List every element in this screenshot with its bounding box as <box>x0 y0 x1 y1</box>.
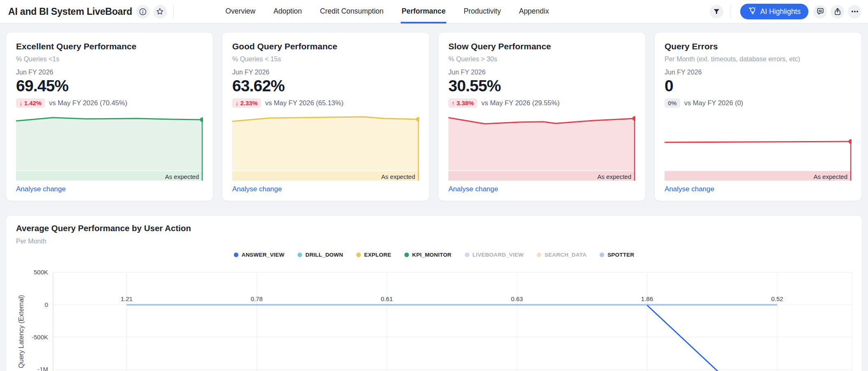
kpi-period: Jun FY 2026 <box>16 69 53 76</box>
ai-highlights-label: AI Highlights <box>760 7 801 16</box>
analyse-change-link[interactable]: Analyse change <box>16 185 66 193</box>
delta-badge: ↓ 1.42% <box>16 98 45 108</box>
analyse-change-link[interactable]: Analyse change <box>232 185 282 193</box>
kpi-period: Jun FY 2026 <box>232 69 269 76</box>
kpi-comparison: vs May FY 2026 (29.55%) <box>481 99 559 107</box>
delta-badge: 0% <box>665 98 680 108</box>
liveboard-title: AI and BI System LiveBoard <box>8 6 132 17</box>
y-tick-label: 500K <box>34 269 48 276</box>
kpi-card-excellent-query-performance: Excellent Query Performance % Queries <1… <box>6 32 213 201</box>
kpi-value: 63.62% <box>232 77 284 95</box>
delta-badge: ↑ 3.38% <box>448 98 477 108</box>
y-tick-label: 0 <box>45 301 48 308</box>
kpi-comparison: vs May FY 2026 (65.13%) <box>265 99 343 107</box>
tab-overview[interactable]: Overview <box>225 0 256 23</box>
info-button[interactable] <box>136 5 150 19</box>
share-icon <box>833 7 842 16</box>
favorite-star-icon <box>156 7 164 16</box>
kpi-delta-row: ↓ 1.42% vs May FY 2026 (70.45%) <box>16 98 127 108</box>
kpi-comparison: vs May FY 2026 (0) <box>684 99 743 107</box>
kpi-title: Query Errors <box>665 42 718 51</box>
ai-highlights-button[interactable]: AI Highlights <box>740 4 808 19</box>
delta-badge: ↓ 2.33% <box>232 98 261 108</box>
share-button[interactable] <box>831 5 844 19</box>
kpi-sparkline: As expected <box>448 115 635 181</box>
tab-appendix[interactable]: Appendix <box>518 0 550 23</box>
analyse-change-link[interactable]: Analyse change <box>665 185 714 193</box>
tab-adoption[interactable]: Adoption <box>273 0 303 23</box>
comment-button[interactable] <box>813 5 827 19</box>
kpi-title: Good Query Performance <box>232 42 337 51</box>
filter-button[interactable] <box>710 5 723 19</box>
kpi-sparkline: As expected <box>232 115 419 181</box>
kpi-value: 69.45% <box>16 77 68 95</box>
y-tick-label: -500K <box>32 334 48 341</box>
actions-divider <box>730 5 730 18</box>
kpi-period: Jun FY 2026 <box>665 69 702 76</box>
kpi-card-slow-query-performance: Slow Query Performance % Queries > 30s J… <box>438 32 646 201</box>
comment-icon <box>816 7 824 16</box>
header-divider <box>173 5 174 18</box>
expected-band-label: As expected <box>165 173 199 180</box>
tab-performance[interactable]: Performance <box>401 0 446 23</box>
latency-line-chart: 500K0-500K-1M1.210.780.610.631.860.52 <box>6 216 863 371</box>
kpi-subtitle: % Queries < 15s <box>232 56 281 63</box>
y-tick-label: -1M <box>37 366 48 371</box>
arrow-down-icon: ↓ <box>19 100 23 107</box>
kpi-sparkline: As expected <box>16 115 203 181</box>
avg-query-performance-panel: Average Query Performance by User Action… <box>6 215 862 371</box>
kpi-card-good-query-performance: Good Query Performance % Queries < 15s J… <box>222 32 429 201</box>
expected-band-label: As expected <box>381 173 415 180</box>
data-point-label: 0.63 <box>511 295 523 302</box>
top-toolbar: AI and BI System LiveBoard OverviewAdopt… <box>0 0 868 23</box>
kpi-subtitle: % Queries <1s <box>16 56 59 63</box>
ai-sparkle-icon <box>748 6 757 17</box>
kpi-card-row: Excellent Query Performance % Queries <1… <box>6 32 862 201</box>
kpi-delta-row: ↑ 3.38% vs May FY 2026 (29.55%) <box>448 98 560 108</box>
kpi-comparison: vs May FY 2026 (70.45%) <box>49 99 127 107</box>
kpi-title: Excellent Query Performance <box>16 42 136 51</box>
data-point-label: 1.21 <box>120 295 132 302</box>
kpi-period: Jun FY 2026 <box>448 69 485 76</box>
more-options-button[interactable] <box>848 5 861 19</box>
kpi-delta-row: ↓ 2.33% vs May FY 2026 (65.13%) <box>232 98 344 108</box>
favorite-button[interactable] <box>153 5 167 19</box>
more-options-icon <box>851 7 859 16</box>
analyse-change-link[interactable]: Analyse change <box>448 185 498 193</box>
data-point-label: 0.78 <box>251 295 263 302</box>
kpi-value: 0 <box>665 77 673 95</box>
liveboard-tab-bar: OverviewAdoptionCredit ConsumptionPerfor… <box>225 0 550 23</box>
arrow-down-icon: ↓ <box>235 100 239 107</box>
expected-band-label: As expected <box>813 173 847 180</box>
data-point-label: 1.86 <box>641 295 653 302</box>
data-point-label: 0.52 <box>771 295 783 302</box>
kpi-sparkline: As expected <box>665 115 852 181</box>
arrow-up-icon: ↑ <box>452 100 455 107</box>
toolbar-actions: AI Highlights <box>706 4 861 19</box>
kpi-subtitle: Per Month (exl. timeouts, database error… <box>665 56 800 63</box>
tab-productivity[interactable]: Productivity <box>463 0 501 23</box>
kpi-title: Slow Query Performance <box>448 42 551 51</box>
data-point-label: 0.61 <box>381 295 393 302</box>
kpi-value: 30.55% <box>448 77 501 95</box>
kpi-delta-row: 0% vs May FY 2026 (0) <box>665 98 743 108</box>
kpi-card-query-errors: Query Errors Per Month (exl. timeouts, d… <box>654 32 862 201</box>
kpi-subtitle: % Queries > 30s <box>448 56 497 63</box>
filter-icon <box>713 8 720 16</box>
tab-credit-consumption[interactable]: Credit Consumption <box>319 0 385 23</box>
expected-band-label: As expected <box>597 173 631 180</box>
info-icon <box>139 8 147 16</box>
